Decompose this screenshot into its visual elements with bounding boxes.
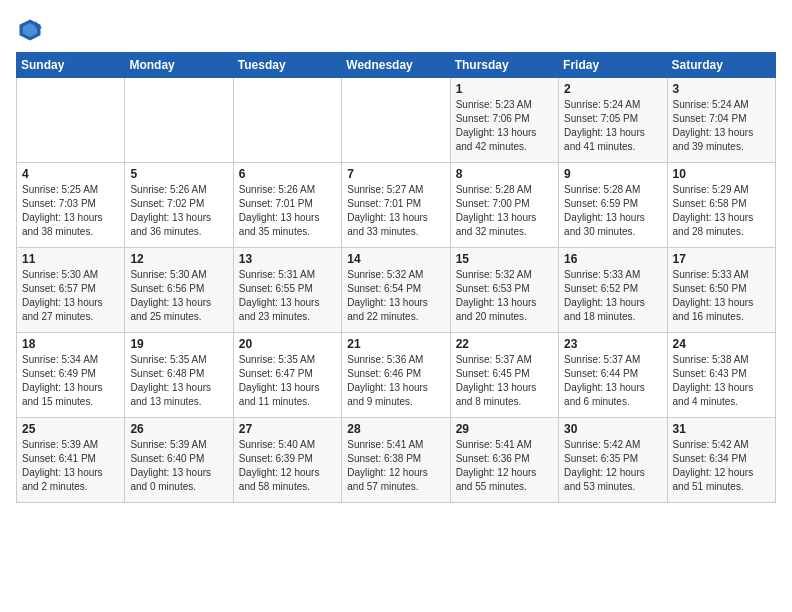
day-detail: Sunrise: 5:32 AM Sunset: 6:54 PM Dayligh…	[347, 268, 444, 324]
day-cell: 27Sunrise: 5:40 AM Sunset: 6:39 PM Dayli…	[233, 418, 341, 503]
logo	[16, 16, 48, 44]
day-detail: Sunrise: 5:25 AM Sunset: 7:03 PM Dayligh…	[22, 183, 119, 239]
day-detail: Sunrise: 5:35 AM Sunset: 6:48 PM Dayligh…	[130, 353, 227, 409]
day-number: 20	[239, 337, 336, 351]
day-number: 28	[347, 422, 444, 436]
day-cell: 9Sunrise: 5:28 AM Sunset: 6:59 PM Daylig…	[559, 163, 667, 248]
day-detail: Sunrise: 5:29 AM Sunset: 6:58 PM Dayligh…	[673, 183, 770, 239]
day-detail: Sunrise: 5:23 AM Sunset: 7:06 PM Dayligh…	[456, 98, 553, 154]
day-cell: 1Sunrise: 5:23 AM Sunset: 7:06 PM Daylig…	[450, 78, 558, 163]
week-row-2: 4Sunrise: 5:25 AM Sunset: 7:03 PM Daylig…	[17, 163, 776, 248]
day-number: 8	[456, 167, 553, 181]
day-cell: 31Sunrise: 5:42 AM Sunset: 6:34 PM Dayli…	[667, 418, 775, 503]
day-detail: Sunrise: 5:37 AM Sunset: 6:45 PM Dayligh…	[456, 353, 553, 409]
day-detail: Sunrise: 5:41 AM Sunset: 6:38 PM Dayligh…	[347, 438, 444, 494]
day-detail: Sunrise: 5:30 AM Sunset: 6:57 PM Dayligh…	[22, 268, 119, 324]
day-number: 31	[673, 422, 770, 436]
day-detail: Sunrise: 5:34 AM Sunset: 6:49 PM Dayligh…	[22, 353, 119, 409]
day-detail: Sunrise: 5:24 AM Sunset: 7:04 PM Dayligh…	[673, 98, 770, 154]
day-detail: Sunrise: 5:36 AM Sunset: 6:46 PM Dayligh…	[347, 353, 444, 409]
day-detail: Sunrise: 5:26 AM Sunset: 7:01 PM Dayligh…	[239, 183, 336, 239]
day-detail: Sunrise: 5:26 AM Sunset: 7:02 PM Dayligh…	[130, 183, 227, 239]
day-cell: 15Sunrise: 5:32 AM Sunset: 6:53 PM Dayli…	[450, 248, 558, 333]
day-cell: 4Sunrise: 5:25 AM Sunset: 7:03 PM Daylig…	[17, 163, 125, 248]
day-number: 9	[564, 167, 661, 181]
col-header-monday: Monday	[125, 53, 233, 78]
day-number: 19	[130, 337, 227, 351]
day-detail: Sunrise: 5:42 AM Sunset: 6:34 PM Dayligh…	[673, 438, 770, 494]
day-number: 17	[673, 252, 770, 266]
week-row-1: 1Sunrise: 5:23 AM Sunset: 7:06 PM Daylig…	[17, 78, 776, 163]
day-number: 3	[673, 82, 770, 96]
calendar-header-row: SundayMondayTuesdayWednesdayThursdayFrid…	[17, 53, 776, 78]
day-cell: 29Sunrise: 5:41 AM Sunset: 6:36 PM Dayli…	[450, 418, 558, 503]
day-number: 23	[564, 337, 661, 351]
day-cell: 16Sunrise: 5:33 AM Sunset: 6:52 PM Dayli…	[559, 248, 667, 333]
day-cell: 25Sunrise: 5:39 AM Sunset: 6:41 PM Dayli…	[17, 418, 125, 503]
col-header-tuesday: Tuesday	[233, 53, 341, 78]
day-detail: Sunrise: 5:24 AM Sunset: 7:05 PM Dayligh…	[564, 98, 661, 154]
day-cell: 3Sunrise: 5:24 AM Sunset: 7:04 PM Daylig…	[667, 78, 775, 163]
day-cell: 24Sunrise: 5:38 AM Sunset: 6:43 PM Dayli…	[667, 333, 775, 418]
day-cell	[17, 78, 125, 163]
day-number: 21	[347, 337, 444, 351]
day-cell: 14Sunrise: 5:32 AM Sunset: 6:54 PM Dayli…	[342, 248, 450, 333]
day-cell: 18Sunrise: 5:34 AM Sunset: 6:49 PM Dayli…	[17, 333, 125, 418]
day-number: 30	[564, 422, 661, 436]
day-detail: Sunrise: 5:39 AM Sunset: 6:41 PM Dayligh…	[22, 438, 119, 494]
logo-icon	[16, 16, 44, 44]
day-number: 5	[130, 167, 227, 181]
day-cell: 8Sunrise: 5:28 AM Sunset: 7:00 PM Daylig…	[450, 163, 558, 248]
day-detail: Sunrise: 5:33 AM Sunset: 6:50 PM Dayligh…	[673, 268, 770, 324]
day-cell	[233, 78, 341, 163]
col-header-wednesday: Wednesday	[342, 53, 450, 78]
page-header	[16, 16, 776, 44]
day-number: 11	[22, 252, 119, 266]
day-detail: Sunrise: 5:27 AM Sunset: 7:01 PM Dayligh…	[347, 183, 444, 239]
day-number: 24	[673, 337, 770, 351]
day-number: 1	[456, 82, 553, 96]
day-detail: Sunrise: 5:31 AM Sunset: 6:55 PM Dayligh…	[239, 268, 336, 324]
day-cell: 5Sunrise: 5:26 AM Sunset: 7:02 PM Daylig…	[125, 163, 233, 248]
day-cell: 13Sunrise: 5:31 AM Sunset: 6:55 PM Dayli…	[233, 248, 341, 333]
col-header-saturday: Saturday	[667, 53, 775, 78]
day-cell: 20Sunrise: 5:35 AM Sunset: 6:47 PM Dayli…	[233, 333, 341, 418]
day-number: 12	[130, 252, 227, 266]
day-number: 29	[456, 422, 553, 436]
day-cell: 23Sunrise: 5:37 AM Sunset: 6:44 PM Dayli…	[559, 333, 667, 418]
day-number: 4	[22, 167, 119, 181]
col-header-friday: Friday	[559, 53, 667, 78]
day-cell: 26Sunrise: 5:39 AM Sunset: 6:40 PM Dayli…	[125, 418, 233, 503]
day-number: 16	[564, 252, 661, 266]
col-header-thursday: Thursday	[450, 53, 558, 78]
day-cell: 21Sunrise: 5:36 AM Sunset: 6:46 PM Dayli…	[342, 333, 450, 418]
day-detail: Sunrise: 5:37 AM Sunset: 6:44 PM Dayligh…	[564, 353, 661, 409]
week-row-5: 25Sunrise: 5:39 AM Sunset: 6:41 PM Dayli…	[17, 418, 776, 503]
day-cell: 2Sunrise: 5:24 AM Sunset: 7:05 PM Daylig…	[559, 78, 667, 163]
day-cell: 30Sunrise: 5:42 AM Sunset: 6:35 PM Dayli…	[559, 418, 667, 503]
day-number: 15	[456, 252, 553, 266]
day-detail: Sunrise: 5:41 AM Sunset: 6:36 PM Dayligh…	[456, 438, 553, 494]
day-number: 26	[130, 422, 227, 436]
day-detail: Sunrise: 5:30 AM Sunset: 6:56 PM Dayligh…	[130, 268, 227, 324]
day-cell: 12Sunrise: 5:30 AM Sunset: 6:56 PM Dayli…	[125, 248, 233, 333]
day-detail: Sunrise: 5:39 AM Sunset: 6:40 PM Dayligh…	[130, 438, 227, 494]
day-detail: Sunrise: 5:38 AM Sunset: 6:43 PM Dayligh…	[673, 353, 770, 409]
day-cell: 19Sunrise: 5:35 AM Sunset: 6:48 PM Dayli…	[125, 333, 233, 418]
day-number: 13	[239, 252, 336, 266]
day-cell: 7Sunrise: 5:27 AM Sunset: 7:01 PM Daylig…	[342, 163, 450, 248]
day-number: 22	[456, 337, 553, 351]
day-cell: 11Sunrise: 5:30 AM Sunset: 6:57 PM Dayli…	[17, 248, 125, 333]
day-cell: 28Sunrise: 5:41 AM Sunset: 6:38 PM Dayli…	[342, 418, 450, 503]
day-detail: Sunrise: 5:28 AM Sunset: 7:00 PM Dayligh…	[456, 183, 553, 239]
day-number: 7	[347, 167, 444, 181]
day-detail: Sunrise: 5:28 AM Sunset: 6:59 PM Dayligh…	[564, 183, 661, 239]
day-detail: Sunrise: 5:32 AM Sunset: 6:53 PM Dayligh…	[456, 268, 553, 324]
day-number: 2	[564, 82, 661, 96]
day-number: 27	[239, 422, 336, 436]
day-number: 14	[347, 252, 444, 266]
day-cell: 10Sunrise: 5:29 AM Sunset: 6:58 PM Dayli…	[667, 163, 775, 248]
day-detail: Sunrise: 5:42 AM Sunset: 6:35 PM Dayligh…	[564, 438, 661, 494]
day-detail: Sunrise: 5:35 AM Sunset: 6:47 PM Dayligh…	[239, 353, 336, 409]
day-cell: 17Sunrise: 5:33 AM Sunset: 6:50 PM Dayli…	[667, 248, 775, 333]
